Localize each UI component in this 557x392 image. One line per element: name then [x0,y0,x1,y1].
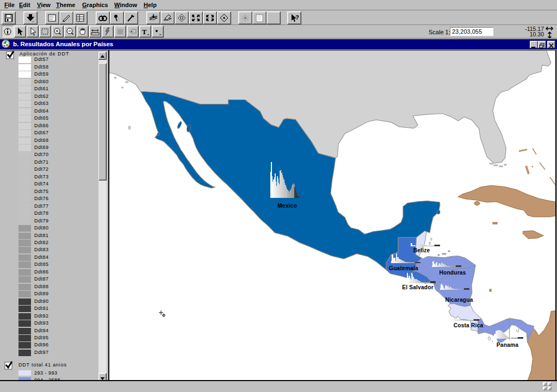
svg-text:El Salvador: El Salvador [402,284,434,290]
svg-text:Mexico: Mexico [277,203,297,209]
svg-text:Nicaragua: Nicaragua [445,297,473,303]
svg-text:T: T [142,28,147,36]
svg-text:Honduras: Honduras [439,270,466,276]
svg-text:?: ? [295,14,299,21]
svg-text:Belize: Belize [413,247,430,253]
svg-text:Costa Rica: Costa Rica [454,322,484,328]
svg-text:Guatemala: Guatemala [389,265,418,271]
svg-text:Panama: Panama [497,342,518,348]
